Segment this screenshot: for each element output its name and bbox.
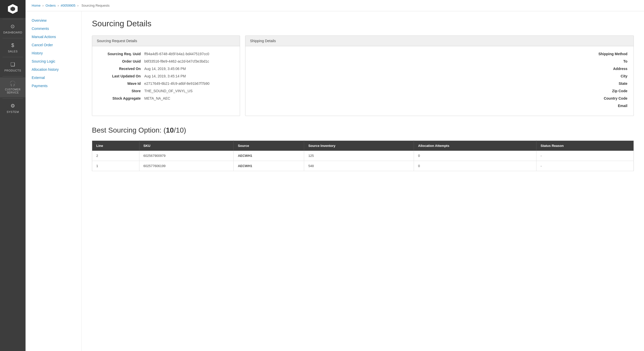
cell-source: AECWH1 [234, 161, 304, 171]
sidebar-divider-5 [3, 98, 23, 99]
breadcrumb-home[interactable]: Home [32, 4, 41, 7]
content-area: Overview Comments Manual Actions Cancel … [26, 11, 644, 351]
nav-manual-actions[interactable]: Manual Actions [26, 33, 81, 41]
sidebar-item-dashboard[interactable]: ⊙ DASHBOARD [0, 20, 26, 37]
sourcing-request-card-header: Sourcing Request Details [92, 36, 240, 46]
cell-allocation-attempts: 0 [414, 151, 536, 161]
system-icon: ⚙ [10, 103, 15, 109]
sales-icon: $ [11, 42, 14, 48]
details-row: Sourcing Request Details Sourcing Req. U… [92, 36, 634, 116]
sidebar: ⊙ DASHBOARD $ SALES ❏ PRODUCTS 🎧 CUSTOME… [0, 0, 26, 351]
sidebar-item-system[interactable]: ⚙ SYSTEM [0, 100, 26, 116]
breadcrumb-current: Sourcing Requests [81, 4, 110, 7]
shipping-field-to: To [252, 59, 627, 64]
sidebar-item-label: DASHBOARD [3, 31, 22, 34]
breadcrumb-orders[interactable]: Orders [45, 4, 56, 7]
sidebar-item-label: CUSTOMER SERVICE [2, 88, 24, 94]
magento-logo [8, 4, 18, 14]
shipping-field-method: Shipping Method [252, 51, 627, 57]
cell-source-inventory: 125 [304, 151, 414, 161]
table-row: 2 602567900979 AECWH1 125 0 - [92, 151, 634, 161]
sidebar-divider-4 [3, 76, 23, 76]
shipping-field-zip: Zip Code [252, 88, 627, 94]
col-status-reason: Status Reason [536, 141, 634, 151]
cell-line: 1 [92, 161, 139, 171]
cell-line: 2 [92, 151, 139, 161]
col-allocation-attempts: Allocation Attempts [414, 141, 536, 151]
breadcrumb: Home › Orders › #0059905 › Sourcing Requ… [26, 0, 644, 11]
sidebar-item-label: SYSTEM [7, 110, 19, 113]
nav-external[interactable]: External [26, 74, 81, 82]
sidebar-divider [3, 19, 23, 19]
field-sourcing-req-uuid: Sourcing Req. Uuid ff94a4d5-6748-4b5f-b4… [98, 51, 234, 57]
cell-source: AECWH1 [234, 151, 304, 161]
sidebar-item-label: PRODUCTS [4, 69, 21, 72]
shipping-field-state: State [252, 81, 627, 86]
nav-allocation-history[interactable]: Allocation history [26, 65, 81, 74]
main-container: Home › Orders › #0059905 › Sourcing Requ… [26, 0, 644, 351]
page-title: Sourcing Details [92, 19, 634, 28]
field-store: Store THE_SOUND_OF_VINYL_US [98, 88, 234, 94]
shipping-details-card: Shipping Details Shipping Method To Addr… [245, 36, 634, 116]
sidebar-item-customer-service[interactable]: 🎧 CUSTOMER SERVICE [0, 77, 26, 97]
field-last-updated-on: Last Updated On Aug 14, 2019, 3:45:14 PM [98, 74, 234, 79]
shipping-field-city: City [252, 74, 627, 79]
nav-payments[interactable]: Payments [26, 82, 81, 90]
cell-status-reason: - [536, 151, 634, 161]
cell-status-reason: - [536, 161, 634, 171]
sourcing-request-card-body: Sourcing Req. Uuid ff94a4d5-6748-4b5f-b4… [92, 46, 240, 108]
nav-history[interactable]: History [26, 49, 81, 57]
cell-allocation-attempts: 0 [414, 161, 536, 171]
sidebar-divider-2 [3, 38, 23, 38]
sidebar-item-label: SALES [8, 50, 18, 53]
customer-service-icon: 🎧 [9, 80, 16, 87]
dashboard-icon: ⊙ [10, 23, 15, 29]
products-icon: ❏ [10, 61, 15, 67]
col-source: Source [234, 141, 304, 151]
field-stock-aggregate: Stock Aggregate META_NA_AEC [98, 96, 234, 101]
field-order-uuid: Order Uuid b6f33516-f8e9-4462-ac2d-b47cf… [98, 59, 234, 64]
nav-overview[interactable]: Overview [26, 16, 81, 25]
best-sourcing-title: Best Sourcing Option: (10/10) [92, 126, 634, 134]
cell-sku: 602567900979 [139, 151, 234, 161]
table-header-row: Line SKU Source Source Inventory Allocat… [92, 141, 634, 151]
nav-cancel-order[interactable]: Cancel Order [26, 41, 81, 49]
page-content: Sourcing Details Sourcing Request Detail… [82, 11, 644, 351]
shipping-field-email: Email [252, 103, 627, 109]
nav-sourcing-logic[interactable]: Sourcing Logic [26, 57, 81, 65]
nav-comments[interactable]: Comments [26, 25, 81, 33]
col-source-inventory: Source Inventory [304, 141, 414, 151]
sourcing-request-details-card: Sourcing Request Details Sourcing Req. U… [92, 36, 240, 116]
shipping-field-address: Address [252, 66, 627, 72]
sidebar-divider-3 [3, 57, 23, 57]
sidebar-item-products[interactable]: ❏ PRODUCTS [0, 58, 26, 75]
shipping-card-header: Shipping Details [245, 36, 634, 46]
col-line: Line [92, 141, 139, 151]
shipping-card-body: Shipping Method To Address City State [245, 46, 634, 116]
sidebar-logo [0, 0, 26, 18]
left-nav: Overview Comments Manual Actions Cancel … [26, 11, 82, 351]
cell-source-inventory: 548 [304, 161, 414, 171]
sourcing-table: Line SKU Source Source Inventory Allocat… [92, 141, 634, 171]
field-wave-id: Wave Id e2717649-6b21-4fc9-a6bf-8e91b67f… [98, 81, 234, 86]
field-received-on: Received On Aug 14, 2019, 3:45:06 PM [98, 66, 234, 72]
sidebar-item-sales[interactable]: $ SALES [0, 39, 26, 56]
table-row: 1 602577606199 AECWH1 548 0 - [92, 161, 634, 171]
breadcrumb-order-id[interactable]: #0059905 [61, 4, 76, 7]
shipping-field-country: Country Code [252, 96, 627, 101]
col-sku: SKU [139, 141, 234, 151]
cell-sku: 602577606199 [139, 161, 234, 171]
